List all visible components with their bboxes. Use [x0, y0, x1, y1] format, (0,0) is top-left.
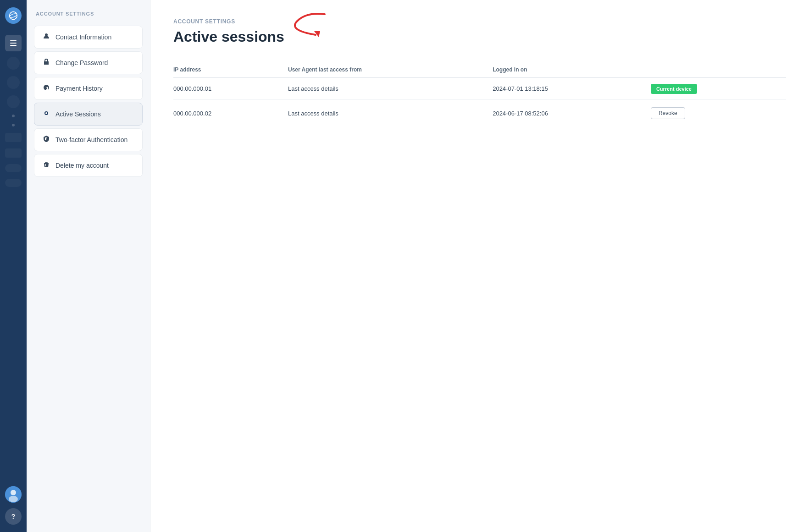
row1-ip: 000.00.000.01 — [173, 78, 288, 100]
contact-icon — [42, 33, 51, 42]
nav-dot-1 — [12, 115, 15, 117]
nav-blurred-3 — [7, 95, 20, 108]
col-ip-address: IP address — [173, 62, 288, 78]
user-avatar[interactable] — [5, 486, 22, 503]
nav-blurred-2 — [7, 76, 20, 89]
sidebar-item-two-factor[interactable]: Two-factor Authentication — [34, 128, 143, 151]
current-device-badge: Current device — [651, 84, 697, 94]
svg-rect-4 — [10, 45, 17, 46]
row2-user-agent: Last access details — [288, 100, 493, 127]
row2-logged-in: 2024-06-17 08:52:06 — [493, 100, 651, 127]
sessions-table: IP address User Agent last access from L… — [173, 62, 786, 126]
app-logo[interactable] — [5, 7, 22, 24]
main-content: ACCOUNT SETTINGS Active sessions IP addr… — [150, 0, 809, 532]
page-title: Active sessions — [173, 28, 786, 45]
nav-blurred-bar-2 — [5, 148, 22, 158]
row1-action: Current device — [651, 78, 786, 100]
col-user-agent: User Agent last access from — [288, 62, 493, 78]
two-factor-label: Two-factor Authentication — [55, 136, 127, 143]
svg-point-10 — [45, 112, 47, 114]
svg-point-6 — [11, 490, 16, 495]
nav-blurred-bar-1 — [5, 133, 22, 142]
nav-list-icon[interactable] — [5, 35, 22, 51]
payment-history-label: Payment History — [55, 85, 103, 92]
nav-dot-2 — [12, 124, 15, 126]
shield-icon — [42, 135, 51, 144]
nav-blurred-toggle-1 — [5, 164, 22, 172]
settings-sidebar: ACCOUNT SETTINGS Contact Information Cha… — [27, 0, 150, 532]
table-row: 000.00.000.02 Last access details 2024-0… — [173, 100, 786, 127]
settings-sidebar-title: ACCOUNT SETTINGS — [34, 11, 143, 16]
contact-information-label: Contact Information — [55, 33, 111, 41]
password-icon — [42, 58, 51, 67]
change-password-label: Change Password — [55, 59, 108, 66]
svg-point-7 — [9, 496, 18, 502]
table-row: 000.00.000.01 Last access details 2024-0… — [173, 78, 786, 100]
nav-blurred-toggle-2 — [5, 179, 22, 187]
row2-ip: 000.00.000.02 — [173, 100, 288, 127]
svg-rect-3 — [10, 43, 17, 44]
col-logged-in-on: Logged in on — [493, 62, 651, 78]
nav-blurred-1 — [7, 57, 20, 70]
svg-rect-2 — [10, 40, 17, 41]
row2-action: Revoke — [651, 100, 786, 127]
sidebar-item-active-sessions[interactable]: Active Sessions — [34, 103, 143, 126]
delete-account-label: Delete my account — [55, 162, 109, 169]
nav-sidebar: ? — [0, 0, 27, 532]
active-sessions-label: Active Sessions — [55, 110, 101, 118]
row1-logged-in: 2024-07-01 13:18:15 — [493, 78, 651, 100]
sidebar-item-change-password[interactable]: Change Password — [34, 51, 143, 74]
row1-user-agent: Last access details — [288, 78, 493, 100]
sidebar-item-payment-history[interactable]: Payment History — [34, 77, 143, 100]
revoke-button[interactable]: Revoke — [651, 107, 685, 119]
col-actions — [651, 62, 786, 78]
sessions-icon — [42, 110, 51, 119]
trash-icon — [42, 161, 51, 170]
sidebar-item-delete-account[interactable]: Delete my account — [34, 154, 143, 177]
help-button[interactable]: ? — [5, 508, 22, 525]
sidebar-item-contact-information[interactable]: Contact Information — [34, 26, 143, 49]
breadcrumb: ACCOUNT SETTINGS — [173, 18, 786, 25]
payment-icon — [42, 84, 51, 93]
